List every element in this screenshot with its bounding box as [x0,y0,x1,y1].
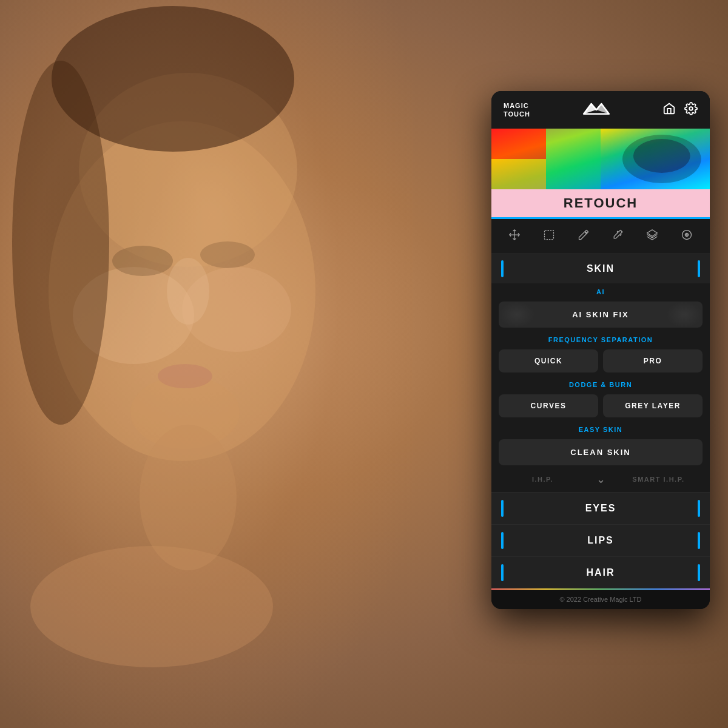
grey-layer-button[interactable]: GREY LAYER [603,394,703,417]
eyes-section-header[interactable]: EYES [491,492,710,524]
move-tool-icon[interactable] [504,226,525,246]
svg-rect-20 [491,129,546,159]
svg-rect-23 [544,231,553,240]
dodge-burn-buttons: CURVES GREY LAYER [491,391,710,421]
lips-accent-right [698,532,700,549]
ihp-row: I.H.P. ⌄ SMART I.H.P. [491,469,710,492]
easy-skin-label: EASY SKIN [491,421,710,436]
ihp-button[interactable]: I.H.P. [499,476,587,483]
dodge-burn-label: DODGE & BURN [491,376,710,391]
hair-accent-right [698,564,700,581]
hero-banner [491,129,710,189]
face-highlight [0,0,413,728]
footer: © 2022 Creative Magic LTD [491,588,710,609]
select-tool-icon[interactable] [538,226,560,246]
layers-tool-icon[interactable] [641,226,663,246]
quick-button[interactable]: QUICK [499,349,598,372]
skin-title: SKIN [504,263,698,274]
header-icons [662,102,698,118]
clean-skin-button[interactable]: CLEAN SKIN [499,439,703,465]
curves-button[interactable]: CURVES [499,394,598,417]
svg-point-16 [689,107,693,110]
smart-ihp-button[interactable]: SMART I.H.P. [615,476,703,483]
eyes-accent-right [698,500,700,517]
toolbar [491,219,710,254]
fx-tool-icon[interactable] [676,226,698,246]
lips-title: LIPS [504,535,698,546]
copyright-text: © 2022 Creative Magic LTD [559,596,641,603]
hair-section-header[interactable]: HAIR [491,556,710,588]
app-logo [581,99,612,120]
svg-point-19 [633,139,690,173]
panel-header: MAGIC TOUCH [491,91,710,129]
hero-image [491,129,710,189]
settings-icon[interactable] [684,102,698,118]
skin-section-header: SKIN [491,254,710,283]
panel: MAGIC TOUCH [491,91,710,609]
home-icon[interactable] [662,102,676,118]
frequency-separation-buttons: QUICK PRO [491,346,710,376]
pro-button[interactable]: PRO [603,349,703,372]
retouch-label: RETOUCH [491,189,710,217]
frequency-separation-label: FREQUENCY SEPARATION [491,331,710,346]
skin-accent-right [698,260,700,277]
lips-section-header[interactable]: LIPS [491,524,710,556]
hair-title: HAIR [504,567,698,578]
eyes-title: EYES [504,503,698,514]
app-title: MAGIC TOUCH [504,101,530,119]
chevron-down-icon[interactable]: ⌄ [592,473,610,486]
ai-skin-fix-button[interactable]: AI SKIN FIX [499,302,703,328]
eyedropper-tool-icon[interactable] [607,226,629,246]
ai-label: AI [491,283,710,298]
svg-rect-22 [546,129,601,189]
brush-tool-icon[interactable] [573,226,595,246]
svg-rect-21 [491,159,546,189]
